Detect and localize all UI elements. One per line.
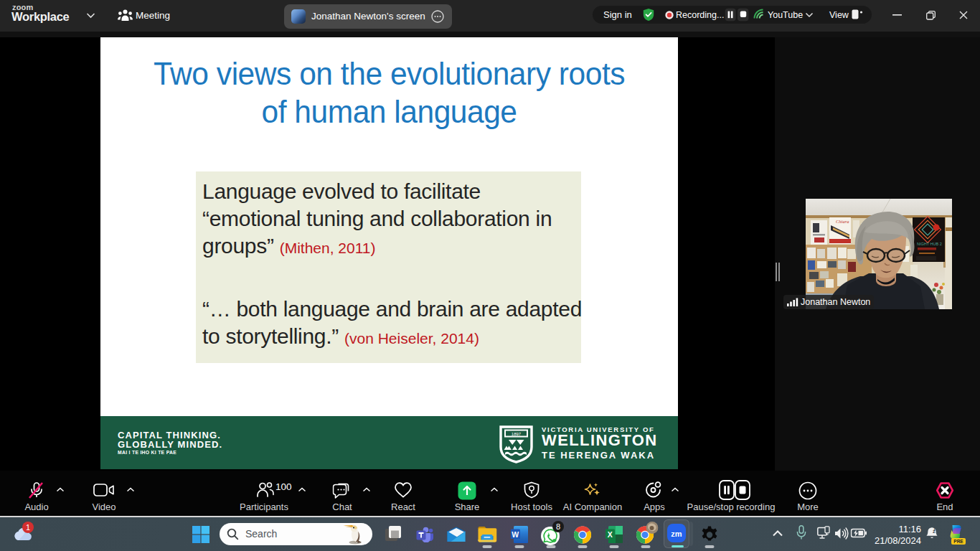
- svg-text:Chiara: Chiara: [836, 219, 849, 224]
- svg-text:zm: zm: [671, 529, 682, 538]
- svg-text:W: W: [512, 530, 519, 539]
- svg-text:NIGHT HUB 2: NIGHT HUB 2: [917, 242, 942, 246]
- svg-text:1897: 1897: [512, 432, 522, 436]
- svg-text:X: X: [608, 530, 613, 539]
